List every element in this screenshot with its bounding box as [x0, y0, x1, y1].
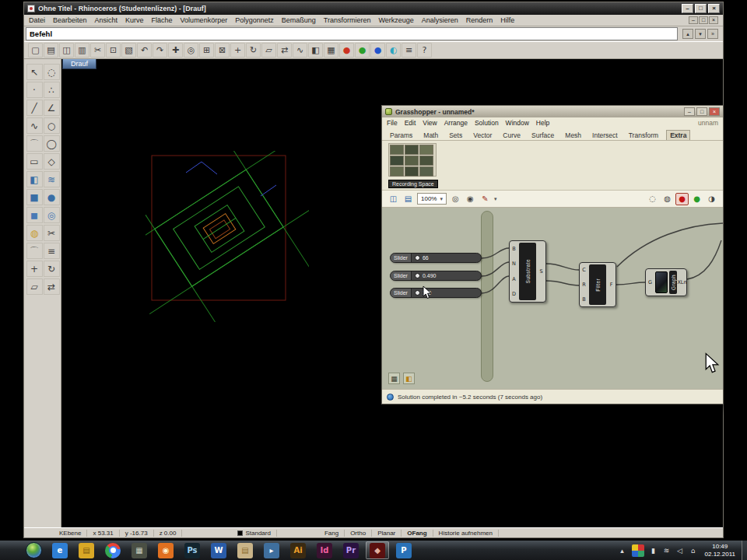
gh-maximize-button[interactable]: □ — [696, 107, 707, 116]
move-icon[interactable]: + — [26, 261, 43, 277]
sphere-icon[interactable]: ● — [44, 189, 60, 205]
open-file-icon[interactable]: ▤ — [44, 43, 58, 58]
minimize-button[interactable]: – — [682, 4, 693, 13]
undo-icon[interactable]: ↶ — [137, 43, 152, 58]
illustrator-icon[interactable]: Ai — [286, 541, 310, 559]
gh-menu-item[interactable]: Arrange — [444, 119, 468, 127]
menu-item[interactable]: Bemaßung — [282, 16, 316, 24]
boolean-union-icon[interactable]: ◍ — [26, 225, 43, 241]
box-icon[interactable]: ■ — [26, 189, 43, 205]
color-grid-icon[interactable] — [632, 544, 644, 557]
preview-wireframe-icon[interactable]: ◌ — [646, 193, 659, 205]
expand-icon[interactable]: » — [707, 29, 718, 39]
battery-icon[interactable]: ▮ — [650, 547, 658, 555]
layer-indicator[interactable]: Standard — [232, 530, 276, 537]
cut-icon[interactable]: ✂ — [90, 43, 105, 58]
chrome-icon[interactable] — [101, 541, 124, 559]
input-port[interactable]: G — [648, 279, 652, 285]
indesign-icon[interactable]: Id — [313, 541, 336, 559]
menu-item[interactable]: Volumenkörper — [181, 16, 228, 24]
menu-item[interactable]: Polygonnetz — [235, 16, 274, 24]
circle-icon[interactable]: ○ — [44, 117, 60, 134]
loft-icon[interactable]: ≋ — [44, 171, 60, 187]
polygon-icon[interactable]: ◇ — [44, 153, 60, 170]
menu-item[interactable]: Rendern — [466, 16, 493, 24]
slider-knob[interactable] — [415, 255, 420, 261]
gh-tab[interactable]: Vector — [470, 131, 495, 140]
menu-item[interactable]: Fläche — [152, 16, 173, 24]
cplane-button[interactable]: KEbene — [54, 530, 87, 537]
fillet-icon[interactable]: ⌒ — [26, 243, 43, 259]
mesh-tool-icon[interactable]: ▦ — [324, 43, 338, 58]
polyline-icon[interactable]: ∠ — [44, 100, 60, 116]
input-port[interactable]: N — [512, 261, 516, 267]
select-arrow-icon[interactable]: ↖ — [26, 64, 43, 80]
gh-menu-item[interactable]: Solution — [475, 119, 499, 127]
gh-minimize-button[interactable]: – — [684, 107, 695, 116]
firefox-icon[interactable]: ◉ — [154, 541, 177, 559]
gh-menu-item[interactable]: Window — [506, 119, 529, 127]
premiere-icon[interactable]: Pr — [339, 541, 363, 559]
help-icon[interactable]: ? — [417, 43, 432, 58]
zoom-focus-icon[interactable]: ◎ — [449, 193, 462, 205]
zoom-window-icon[interactable]: ⊞ — [199, 43, 214, 58]
curve-icon[interactable]: ∿ — [26, 117, 43, 134]
profiler-grid-icon[interactable]: ▦ — [388, 373, 400, 384]
maximize-button[interactable]: □ — [695, 4, 707, 13]
menu-item[interactable]: Datei — [29, 16, 45, 24]
word-icon[interactable]: W — [207, 541, 230, 559]
photoshop-icon[interactable]: Ps — [181, 541, 204, 559]
menu-item[interactable]: Bearbeiten — [53, 16, 87, 24]
rotate-icon[interactable]: ↻ — [246, 43, 261, 58]
input-port[interactable]: C — [582, 267, 586, 273]
redo-icon[interactable]: ↷ — [153, 43, 167, 58]
rotate-icon[interactable]: ↻ — [44, 261, 60, 277]
scroll-up-icon[interactable]: ▴ — [682, 29, 693, 39]
paint-bucket-icon[interactable]: ◧ — [403, 373, 415, 384]
open-definition-icon[interactable]: ▤ — [402, 193, 415, 205]
input-port[interactable]: B — [582, 296, 585, 303]
extra-component-icon[interactable] — [390, 166, 404, 177]
gh-tab[interactable]: Sets — [446, 131, 465, 140]
mdi-close-button[interactable]: × — [709, 16, 718, 24]
surface-icon[interactable]: ◧ — [26, 171, 43, 187]
move-icon[interactable]: + — [230, 43, 245, 58]
menu-item[interactable]: Werkzeuge — [378, 16, 413, 24]
preview-eye-icon[interactable]: ◉ — [464, 193, 477, 205]
gh-number-slider-3[interactable]: Slider 110 — [390, 288, 482, 298]
scale-icon[interactable]: ▱ — [261, 43, 276, 58]
scale-icon[interactable]: ▱ — [26, 278, 43, 295]
slider-knob[interactable] — [415, 290, 420, 296]
scroll-down-icon[interactable]: ▾ — [695, 29, 706, 39]
gh-number-slider-1[interactable]: Slider 66 — [390, 253, 482, 263]
gh-component-substrate[interactable]: BNAD Substrate S — [509, 240, 546, 303]
copy-icon[interactable]: ⊡ — [106, 43, 121, 58]
extra-component-icon[interactable] — [405, 156, 419, 166]
pan-icon[interactable]: ✚ — [168, 43, 183, 58]
save-definition-icon[interactable]: ◫ — [387, 193, 400, 205]
status-toggle[interactable]: Ortho — [345, 530, 372, 537]
line-icon[interactable]: ╱ — [26, 100, 43, 116]
gh-tab[interactable]: Surface — [528, 131, 557, 140]
layers-icon[interactable]: ≡ — [402, 43, 416, 58]
gh-component-filter[interactable]: CRB Filter F — [579, 262, 616, 307]
rectangle-icon[interactable]: ▭ — [26, 153, 43, 170]
slider-track[interactable]: 0.490 — [412, 273, 481, 278]
mdi-restore-button[interactable]: □ — [699, 16, 708, 24]
gh-menu-item[interactable]: Help — [536, 119, 549, 127]
extra-component-icon[interactable] — [419, 145, 433, 155]
action-center-icon[interactable]: ⌂ — [689, 547, 697, 555]
preview-mesh-icon[interactable]: ◍ — [661, 193, 674, 205]
zoom-dynamic-icon[interactable]: ◎ — [184, 43, 198, 58]
render-red-icon[interactable]: ● — [339, 43, 354, 58]
network-icon[interactable]: ≋ — [663, 547, 671, 555]
menu-item[interactable]: Analysieren — [422, 16, 458, 24]
record-data-icon[interactable]: ● — [675, 193, 689, 205]
menu-item[interactable]: Hilfe — [500, 16, 514, 24]
trim-icon[interactable]: ✂ — [44, 225, 60, 241]
selection-brush-icon[interactable]: ◌ — [44, 64, 60, 80]
input-port[interactable]: D — [512, 291, 516, 297]
windows-explorer-icon[interactable]: ▤ — [75, 541, 98, 559]
gh-tab[interactable]: Params — [387, 131, 416, 140]
menu-item[interactable]: Ansicht — [95, 16, 118, 24]
